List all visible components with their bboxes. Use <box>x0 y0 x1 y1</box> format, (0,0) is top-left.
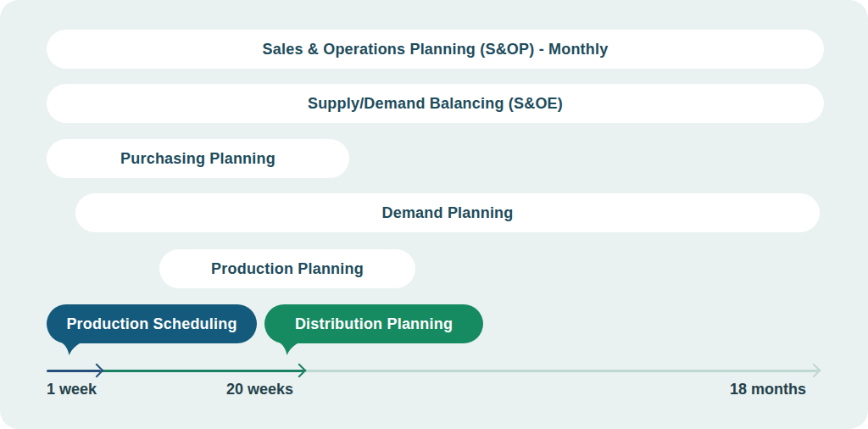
bar-distribution-planning: Distribution Planning <box>264 304 483 343</box>
bar-production-scheduling: Production Scheduling <box>47 304 257 343</box>
bar-sales-operations-planning: Sales & Operations Planning (S&OP) - Mon… <box>47 30 824 69</box>
bar-label: Distribution Planning <box>295 315 453 333</box>
bar-label: Sales & Operations Planning (S&OP) - Mon… <box>263 41 609 58</box>
arrowhead-icon <box>90 364 104 378</box>
bar-label: Supply/Demand Balancing (S&OE) <box>308 95 563 113</box>
arrowhead-icon <box>807 364 821 378</box>
timeline-label-20-weeks: 20 weeks <box>226 381 293 398</box>
bar-label: Production Scheduling <box>66 315 236 333</box>
timeline-segment-mid-term <box>101 370 304 372</box>
bar-label: Purchasing Planning <box>120 150 275 168</box>
bar-supply-demand-balancing: Supply/Demand Balancing (S&OE) <box>47 84 824 123</box>
bar-label: Production Planning <box>211 260 364 278</box>
speech-bubble-tail-icon <box>278 342 302 355</box>
bar-production-planning: Production Planning <box>159 249 415 288</box>
speech-bubble-tail-icon <box>60 342 84 355</box>
bar-purchasing-planning: Purchasing Planning <box>47 139 349 178</box>
timeline-segment-long-term <box>304 370 819 372</box>
timeline-label-18-months: 18 months <box>730 381 806 398</box>
bar-demand-planning: Demand Planning <box>75 193 820 232</box>
planning-horizons-diagram: Sales & Operations Planning (S&OP) - Mon… <box>0 0 868 429</box>
timeline-label-1-week: 1 week <box>47 381 97 398</box>
arrowhead-icon <box>292 364 307 378</box>
bar-label: Demand Planning <box>381 204 513 222</box>
